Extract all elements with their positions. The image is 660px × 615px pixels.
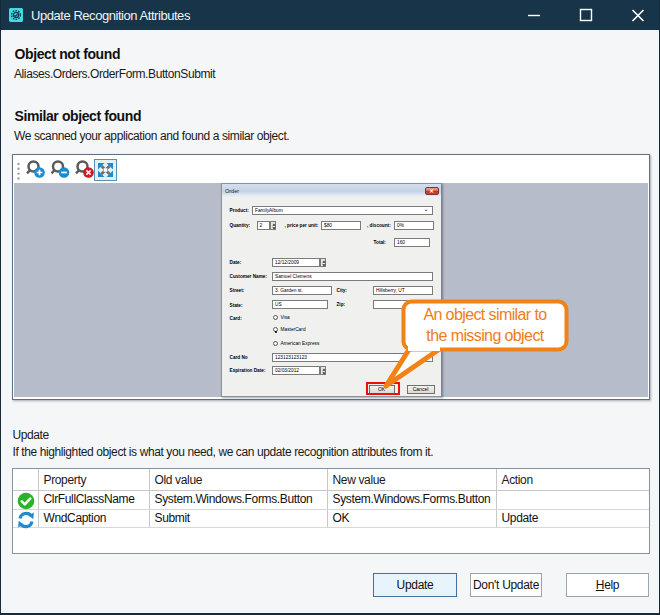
svg-text:An object similar to: An object similar to <box>423 306 547 323</box>
svg-text:the missing object: the missing object <box>426 327 544 344</box>
